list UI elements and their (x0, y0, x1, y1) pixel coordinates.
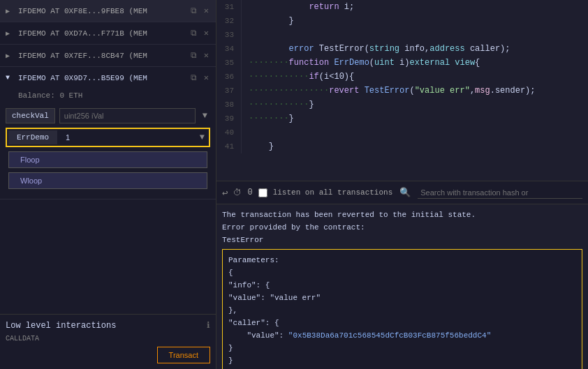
line-num-34: 34 (216, 42, 242, 56)
line-num-32: 32 (216, 14, 242, 28)
close-icon-3[interactable]: ✕ (203, 49, 210, 62)
chevron-right-icon-1: ▶ (6, 7, 14, 15)
listen-checkbox[interactable] (258, 188, 267, 197)
transaction-count: 0 (247, 188, 252, 197)
contract-name-4: IFDEMO AT 0X9D7...B5E99 (MEM (18, 74, 185, 82)
line-content-39: ········} (242, 112, 294, 126)
line-content-35: ········function ErrDemo(uint i)external… (242, 56, 480, 70)
code-line-40: 40 (216, 126, 588, 140)
code-line-31: 31 return i; (216, 0, 588, 14)
line-content-37: ················revert TestError("value … (242, 84, 536, 98)
line-num-37: 37 (216, 84, 242, 98)
param-header: Parameters: (228, 254, 576, 266)
param-line-2: "value": "value err" (228, 292, 576, 304)
contract-item-3[interactable]: ▶ IFDEMO AT 0X7EF...8CB47 (MEM ⧉ ✕ (0, 45, 216, 67)
contract-name-1: IFDEMO AT 0XF8E...9FBE8 (MEM (18, 7, 185, 15)
address-value: "0x5B38Da6a701c568545dCfcB03FcB875f56bed… (288, 331, 491, 340)
param-line-7: } (228, 354, 576, 367)
line-num-36: 36 (216, 70, 242, 84)
balance-display: Balance: 0 ETH (0, 89, 216, 105)
checkval-input[interactable] (59, 108, 196, 123)
contract-name-3: IFDEMO AT 0X7EF...8CB47 (MEM (18, 52, 185, 60)
chevron-down-icon-4: ▼ (6, 74, 14, 82)
code-line-39: 39 ········} (216, 112, 588, 126)
param-line-5: "value": "0x5B38Da6a701c568545dCfcB03FcB… (228, 329, 576, 342)
code-line-41: 41 } (216, 140, 588, 153)
checkval-dropdown-icon[interactable]: ▼ (200, 110, 210, 122)
floop-button-row: Floop (6, 151, 210, 168)
low-level-section: Low level interactions ℹ CALLDATA Transa… (0, 314, 216, 369)
contract-name-2: IFDEMO AT 0XD7A...F771B (MEM (18, 29, 185, 38)
checkval-label: checkVal (6, 108, 55, 123)
errdemo-dropdown-icon[interactable]: ▼ (197, 131, 207, 144)
errdemo-label: ErrDemo (8, 130, 57, 144)
line-num-39: 39 (216, 112, 242, 126)
code-line-37: 37 ················revert TestError("val… (216, 84, 588, 98)
param-line-0: { (228, 266, 576, 279)
contract-item-1[interactable]: ▶ IFDEMO AT 0XF8E...9FBE8 (MEM ⧉ ✕ (0, 0, 216, 22)
code-area[interactable]: 31 return i; 32 } 33 34 error TestError(… (216, 0, 588, 181)
close-icon-2[interactable]: ✕ (203, 27, 210, 40)
log-line-2: Error provided by the contract: (222, 221, 582, 234)
param-line-1: "info": { (228, 279, 576, 292)
search-input[interactable] (418, 187, 582, 199)
transact-button[interactable]: Transact (157, 347, 210, 363)
right-panel: 31 return i; 32 } 33 34 error TestError(… (216, 0, 588, 369)
line-num-31: 31 (216, 0, 242, 14)
code-line-36: 36 ············if(i<10){ (216, 70, 588, 84)
listen-label: listen on all transactions (273, 188, 393, 197)
line-content-33 (242, 28, 253, 42)
contract-item-2[interactable]: ▶ IFDEMO AT 0XD7A...F771B (MEM ⧉ ✕ (0, 22, 216, 45)
back-icon[interactable]: ↩ (222, 187, 228, 199)
search-icon[interactable]: 🔍 (398, 186, 412, 199)
code-line-38: 38 ············} (216, 98, 588, 112)
line-content-41: } (242, 140, 274, 153)
info-icon[interactable]: ℹ (207, 320, 210, 331)
param-line-3: }, (228, 304, 576, 317)
code-line-33: 33 (216, 28, 588, 42)
low-level-header: Low level interactions ℹ (6, 320, 210, 331)
line-content-31: return i; (242, 0, 354, 14)
code-line-34: 34 error TestError(string info,address c… (216, 42, 588, 56)
wloop-button-row: Wloop (6, 172, 210, 189)
contract-header-4[interactable]: ▼ IFDEMO AT 0X9D7...B5E99 (MEM ⧉ ✕ (0, 67, 216, 89)
errdemo-input[interactable] (61, 130, 193, 144)
copy-icon-1[interactable]: ⧉ (189, 5, 198, 17)
chevron-right-icon-2: ▶ (6, 29, 14, 38)
line-content-38: ············} (242, 98, 314, 112)
log-line-3: TestError (222, 234, 582, 246)
line-num-38: 38 (216, 98, 242, 112)
param-box: Parameters: { "info": { "value": "value … (222, 249, 582, 369)
log-line-1: The transaction has been reverted to the… (222, 209, 582, 221)
checkval-row: checkVal ▼ (6, 108, 210, 123)
wloop-button[interactable]: Wloop (8, 172, 207, 189)
bottom-toolbar: ↩ ⏱ 0 listen on all transactions 🔍 (216, 181, 588, 204)
contract-item-4-expanded: ▼ IFDEMO AT 0X9D7...B5E99 (MEM ⧉ ✕ Balan… (0, 67, 216, 199)
errdemo-row: ErrDemo ▼ (6, 128, 210, 147)
copy-icon-3[interactable]: ⧉ (189, 50, 198, 62)
floop-button[interactable]: Floop (8, 151, 207, 168)
close-icon-1[interactable]: ✕ (203, 4, 210, 17)
line-content-40 (242, 126, 253, 140)
line-content-32: } (242, 14, 294, 28)
line-content-36: ············if(i<10){ (242, 70, 354, 84)
chevron-right-icon-3: ▶ (6, 52, 14, 60)
log-area[interactable]: The transaction has been reverted to the… (216, 204, 588, 369)
time-icon[interactable]: ⏱ (233, 188, 242, 198)
copy-icon-2[interactable]: ⧉ (189, 27, 198, 40)
code-line-32: 32 } (216, 14, 588, 28)
code-line-35: 35 ········function ErrDemo(uint i)exter… (216, 56, 588, 70)
line-content-34: error TestError(string info,address call… (242, 42, 510, 56)
calldata-label: CALLDATA (6, 335, 210, 342)
line-num-33: 33 (216, 28, 242, 42)
function-group: checkVal ▼ ErrDemo ▼ Floop Wloop (0, 105, 216, 199)
bottom-panel: ↩ ⏱ 0 listen on all transactions 🔍 The t… (216, 181, 588, 369)
low-level-title: Low level interactions (6, 321, 116, 331)
line-num-35: 35 (216, 56, 242, 70)
line-num-41: 41 (216, 140, 242, 153)
close-icon-4[interactable]: ✕ (203, 71, 210, 84)
copy-icon-4[interactable]: ⧉ (189, 72, 198, 84)
left-panel: ▶ IFDEMO AT 0XF8E...9FBE8 (MEM ⧉ ✕ ▶ IFD… (0, 0, 216, 369)
param-line-4: "caller": { (228, 317, 576, 329)
line-num-40: 40 (216, 126, 242, 140)
